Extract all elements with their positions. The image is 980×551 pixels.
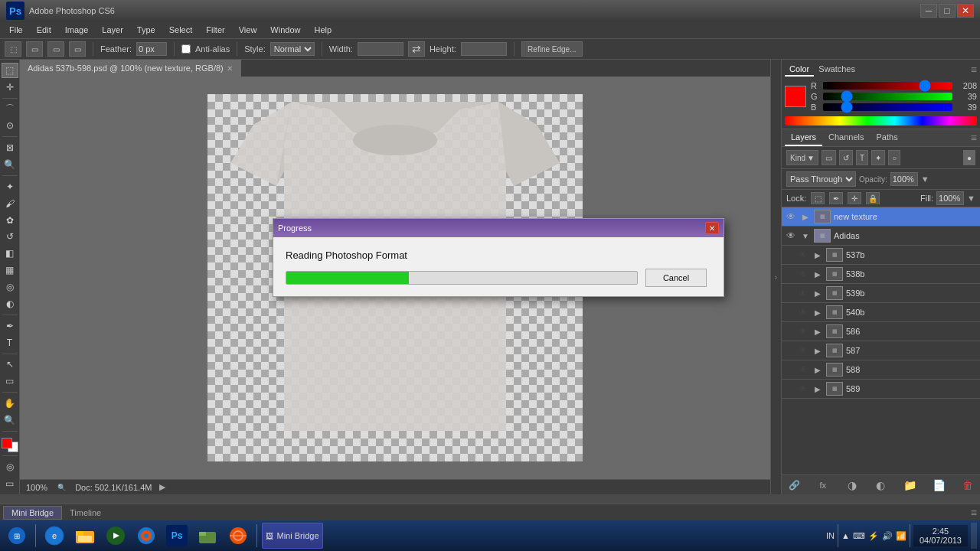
tray-icon1[interactable]: ▲: [841, 531, 850, 540]
layer-expand-btn[interactable]: ▶: [800, 211, 811, 222]
bottom-tabs-menu[interactable]: ≡: [971, 507, 977, 519]
timeline-tab[interactable]: Timeline: [62, 507, 109, 519]
crop-tool[interactable]: ⊠: [2, 140, 18, 155]
tab-close-button[interactable]: ✕: [227, 64, 233, 73]
menu-window[interactable]: Window: [264, 24, 306, 36]
lock-move-btn[interactable]: ✛: [848, 192, 861, 204]
filter-icon4[interactable]: ✦: [871, 150, 885, 165]
red-slider[interactable]: [823, 82, 952, 90]
layer-expand-btn[interactable]: ▶: [812, 269, 823, 279]
paths-tab[interactable]: Paths: [871, 129, 904, 146]
layer-link-btn[interactable]: 🔗: [786, 478, 802, 493]
layer-visibility-toggle[interactable]: 👁: [797, 364, 809, 376]
fill-dropdown-icon[interactable]: ▼: [967, 194, 975, 203]
layer-visibility-toggle[interactable]: 👁: [797, 268, 809, 280]
swap-btn[interactable]: ⇄: [408, 41, 425, 57]
layer-visibility-toggle[interactable]: 👁: [785, 210, 797, 223]
filter-icon5[interactable]: ○: [888, 150, 900, 165]
taskbar-firefox-btn[interactable]: [132, 523, 160, 549]
layers-tab[interactable]: Layers: [785, 129, 822, 146]
selection-tool-btn[interactable]: ⬚: [5, 41, 21, 57]
opacity-input[interactable]: [890, 172, 918, 186]
filter-icon2[interactable]: ↺: [839, 150, 853, 165]
brush-tool[interactable]: 🖌: [2, 196, 18, 211]
layer-row[interactable]: 👁 ▼ ▦ Adidas: [782, 227, 980, 246]
layer-visibility-toggle[interactable]: 👁: [797, 306, 809, 318]
tool-option-btn2[interactable]: ▭: [47, 41, 64, 57]
layer-mask-btn[interactable]: ◑: [844, 478, 860, 493]
layer-expand-btn[interactable]: ▼: [800, 230, 811, 241]
mini-bridge-tab[interactable]: Mini Bridge: [3, 506, 62, 520]
layer-fx-btn[interactable]: fx: [815, 478, 831, 493]
layer-row[interactable]: 👁 ▶ ▦ new texture: [782, 207, 980, 227]
shape-tool[interactable]: ▭: [2, 373, 18, 389]
maximize-button[interactable]: □: [939, 4, 956, 18]
start-button[interactable]: ⊞: [3, 523, 31, 549]
clone-stamp-tool[interactable]: ✿: [2, 213, 18, 228]
layer-expand-btn[interactable]: ▶: [812, 383, 823, 394]
hand-tool[interactable]: ✋: [2, 396, 18, 411]
color-preview-swatch[interactable]: [785, 86, 806, 107]
layer-expand-btn[interactable]: ▶: [812, 364, 823, 375]
dodge-tool[interactable]: ◐: [2, 296, 18, 311]
refine-edge-button[interactable]: Refine Edge...: [521, 41, 583, 57]
layer-row[interactable]: 👁 ▶ ▦ 586: [782, 322, 980, 341]
menu-layer[interactable]: Layer: [96, 24, 129, 36]
tool-option-btn3[interactable]: ▭: [69, 41, 86, 57]
layer-visibility-toggle[interactable]: 👁: [797, 383, 809, 395]
tray-volume-icon[interactable]: 🔊: [882, 531, 893, 541]
menu-edit[interactable]: Edit: [31, 24, 57, 36]
green-slider[interactable]: [823, 93, 952, 100]
height-input[interactable]: [461, 42, 507, 56]
progress-close-button[interactable]: ✕: [705, 222, 719, 234]
layer-row[interactable]: 👁 ▶ ▦ 539b: [782, 284, 980, 303]
lasso-tool[interactable]: ⌒: [2, 102, 18, 117]
channels-tab[interactable]: Channels: [822, 129, 870, 146]
layer-expand-btn[interactable]: ▶: [812, 307, 823, 318]
layers-panel-menu[interactable]: ≡: [971, 132, 977, 144]
color-panel-menu[interactable]: ≡: [971, 64, 977, 76]
layer-visibility-toggle[interactable]: 👁: [797, 249, 809, 261]
layer-row[interactable]: 👁 ▶ ▦ 589: [782, 380, 980, 399]
right-panel-collapse[interactable]: ›: [770, 60, 781, 494]
move-tool[interactable]: ✛: [2, 80, 18, 95]
layer-visibility-toggle[interactable]: 👁: [797, 344, 809, 357]
layer-visibility-toggle[interactable]: 👁: [797, 287, 809, 299]
history-brush-tool[interactable]: ↺: [2, 230, 18, 245]
color-swatches[interactable]: [2, 438, 18, 453]
blend-mode-select[interactable]: Pass Through Normal Multiply Screen: [786, 171, 856, 187]
document-tab[interactable]: Adidas 537b-598.psd @ 100% (new texture,…: [20, 60, 241, 77]
layer-group-btn[interactable]: 📁: [902, 478, 917, 493]
layer-row[interactable]: 👁 ▶ ▦ 587: [782, 341, 980, 360]
lock-position-btn[interactable]: ✒: [829, 192, 843, 204]
blue-slider[interactable]: [823, 103, 952, 111]
taskbar-explorer-btn[interactable]: [71, 523, 99, 549]
selection-tool[interactable]: ⬚: [2, 63, 18, 78]
filter-toggle[interactable]: ●: [963, 150, 975, 165]
lock-pixels-btn[interactable]: ⬚: [811, 192, 825, 204]
width-input[interactable]: [358, 42, 403, 56]
tool-option-btn1[interactable]: ▭: [26, 41, 43, 57]
swatches-tab[interactable]: Swatches: [814, 63, 860, 77]
opacity-dropdown-icon[interactable]: ▼: [921, 174, 929, 184]
foreground-color-swatch[interactable]: [2, 438, 12, 448]
layer-new-btn[interactable]: 📄: [931, 478, 946, 493]
pen-tool[interactable]: ✒: [2, 318, 18, 334]
eyedropper-tool[interactable]: 🔍: [2, 157, 18, 172]
style-select[interactable]: Normal: [270, 42, 315, 56]
text-tool[interactable]: T: [2, 335, 18, 350]
fill-input[interactable]: [936, 191, 964, 205]
filter-type-btn[interactable]: Kind ▼: [786, 150, 818, 165]
layer-expand-btn[interactable]: ▶: [812, 345, 823, 356]
gradient-tool[interactable]: ▦: [2, 262, 18, 278]
spectrum-bar[interactable]: [785, 116, 977, 126]
layer-row[interactable]: 👁 ▶ ▦ 540b: [782, 303, 980, 322]
menu-image[interactable]: Image: [59, 24, 95, 36]
feather-input[interactable]: [136, 42, 167, 56]
show-desktop-btn[interactable]: [971, 523, 977, 549]
screen-mode-tool[interactable]: ▭: [2, 476, 18, 491]
quick-mask-tool[interactable]: ◎: [2, 459, 18, 474]
tray-keyboard-icon[interactable]: ⌨: [853, 531, 865, 541]
taskbar-photoshop-btn[interactable]: Ps: [163, 523, 191, 549]
layer-expand-btn[interactable]: ▶: [812, 249, 823, 260]
